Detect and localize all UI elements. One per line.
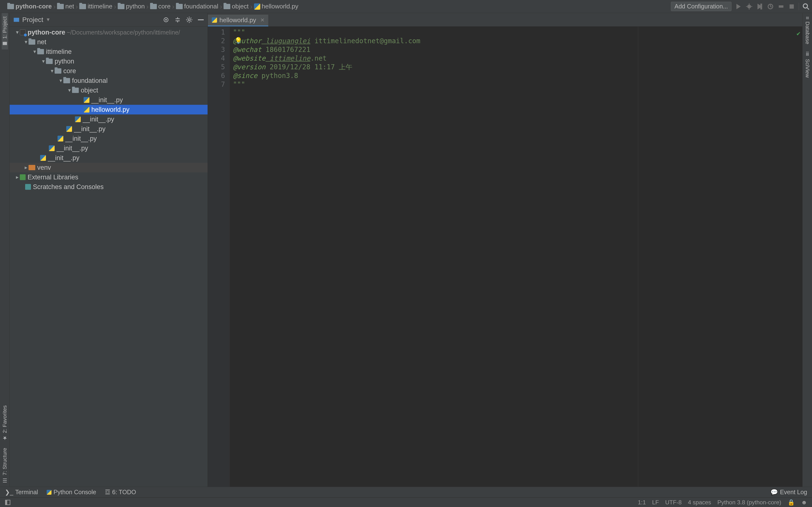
chevron-right-icon: › (250, 2, 253, 11)
python-file-icon (49, 145, 55, 151)
hide-icon[interactable] (197, 16, 204, 23)
breadcrumb-item[interactable]: helloworld.py (254, 3, 298, 10)
navigation-bar: python-core › net › ittimeline › python … (0, 0, 812, 13)
project-panel-title[interactable]: Project (22, 16, 43, 24)
breadcrumb-item[interactable]: python (118, 3, 145, 10)
attach-icon[interactable] (777, 3, 785, 10)
line-number[interactable]: 3 (208, 45, 225, 54)
breadcrumb-item[interactable]: core (150, 3, 170, 10)
database-tool-button[interactable]: ≡Database (804, 13, 811, 48)
favorites-tool-button[interactable]: ★2: Favorites (2, 402, 8, 445)
expand-toggle[interactable] (49, 68, 55, 74)
expand-toggle[interactable] (14, 29, 20, 36)
python-file-icon (84, 97, 89, 103)
tree-file[interactable]: __init__.py (10, 144, 208, 153)
analysis-ok-icon[interactable]: ✔ (797, 29, 800, 38)
lock-icon[interactable]: 🔒 (788, 499, 795, 506)
project-tool-button[interactable]: 1: Project (2, 13, 8, 50)
excluded-folder-icon (29, 165, 35, 170)
breadcrumb-item[interactable]: ittimeline (79, 3, 112, 10)
coverage-icon[interactable] (756, 3, 763, 10)
chevron-down-icon[interactable]: ▼ (46, 17, 51, 22)
left-toolwindow-stripe: 1: Project ★2: Favorites ☰7: Structure (0, 13, 10, 487)
editor[interactable]: 1 2 3 4 5 6 7 💡 ✔ """ @author liuguangle… (208, 26, 802, 487)
tree-root[interactable]: python-core~/Documents/workspace/python/… (10, 27, 208, 37)
expand-toggle[interactable] (14, 174, 20, 180)
tree-file[interactable]: __init__.py (10, 114, 208, 124)
folder-icon (72, 88, 79, 93)
right-margin (638, 26, 638, 487)
profile-icon[interactable] (767, 3, 774, 10)
tree-folder[interactable]: python (10, 56, 208, 66)
tree-file[interactable]: __init__.py (10, 134, 208, 144)
chevron-right-icon: › (53, 2, 56, 11)
svg-point-9 (165, 19, 167, 20)
tree-folder[interactable]: object (10, 86, 208, 95)
expand-toggle[interactable] (67, 87, 72, 94)
expand-all-icon[interactable] (174, 16, 181, 23)
folder-icon (223, 4, 230, 9)
tree-file[interactable]: __init__.py (10, 95, 208, 105)
editor-tab[interactable]: helloworld.py × (208, 14, 268, 26)
structure-tool-button[interactable]: ☰7: Structure (2, 445, 8, 487)
breadcrumb-item[interactable]: net (57, 3, 74, 10)
debug-icon[interactable] (746, 3, 753, 10)
add-configuration-button[interactable]: Add Configuration... (671, 2, 731, 11)
tree-file[interactable]: __init__.py (10, 124, 208, 134)
line-separator[interactable]: LF (652, 499, 659, 506)
python-console-tool-button[interactable]: Python Console (47, 489, 96, 496)
file-encoding[interactable]: UTF-8 (665, 499, 682, 506)
breadcrumb: python-core › net › ittimeline › python … (2, 2, 298, 11)
todo-tool-button[interactable]: ☲6: TODO (105, 489, 136, 496)
line-number[interactable]: 6 (208, 71, 225, 80)
indent-settings[interactable]: 4 spaces (688, 499, 711, 506)
tree-folder[interactable]: net (10, 37, 208, 47)
folder-icon (150, 4, 157, 9)
tree-file[interactable]: __init__.py (10, 153, 208, 163)
status-bar: 1:1 LF UTF-8 4 spaces Python 3.8 (python… (0, 497, 812, 507)
tree-folder-venv[interactable]: venv (10, 163, 208, 172)
terminal-icon: ❯_ (5, 489, 13, 496)
stop-icon[interactable] (788, 3, 795, 10)
tree-folder[interactable]: core (10, 66, 208, 76)
project-view-icon (13, 16, 20, 23)
close-icon[interactable]: × (259, 16, 264, 24)
line-number[interactable]: 1 (208, 28, 225, 37)
search-icon[interactable] (802, 3, 810, 10)
inspector-icon[interactable]: ☻ (801, 499, 807, 506)
code-area[interactable]: 💡 ✔ """ @author liuguanglei ittimelinedo… (230, 26, 802, 487)
intention-bulb-icon[interactable]: 💡 (235, 36, 242, 45)
event-log-button[interactable]: 💬Event Log (770, 489, 807, 496)
expand-toggle[interactable] (58, 77, 63, 84)
tree-folder[interactable]: ittimeline (10, 47, 208, 56)
expand-toggle[interactable] (32, 49, 37, 55)
event-log-icon: 💬 (770, 489, 778, 496)
tree-folder[interactable]: foundational (10, 76, 208, 86)
python-interpreter[interactable]: Python 3.8 (python-core) (717, 499, 781, 506)
line-number[interactable]: 5 (208, 63, 225, 71)
python-file-icon (66, 126, 72, 132)
breadcrumb-item[interactable]: python-core (7, 3, 52, 10)
expand-toggle[interactable] (23, 39, 29, 45)
line-number[interactable]: 2 (208, 37, 225, 45)
project-panel-header: Project ▼ (10, 13, 208, 26)
tree-scratches[interactable]: Scratches and Consoles (10, 182, 208, 192)
locate-icon[interactable] (163, 16, 169, 23)
expand-toggle[interactable] (41, 58, 46, 64)
project-tree[interactable]: python-core~/Documents/workspace/python/… (10, 26, 208, 487)
cursor-position[interactable]: 1:1 (638, 499, 646, 506)
breadcrumb-item[interactable]: object (223, 3, 248, 10)
run-icon[interactable] (735, 3, 742, 10)
sciview-tool-button[interactable]: ⅲSciView (804, 48, 811, 81)
gutter[interactable]: 1 2 3 4 5 6 7 (208, 26, 230, 487)
toolwindows-toggle-icon[interactable] (5, 500, 11, 505)
terminal-tool-button[interactable]: ❯_Terminal (5, 489, 38, 496)
tree-file-selected[interactable]: helloworld.py (10, 105, 208, 114)
breadcrumb-item[interactable]: foundational (176, 3, 218, 10)
settings-icon[interactable] (186, 16, 193, 23)
tree-external-libraries[interactable]: External Libraries (10, 172, 208, 182)
expand-toggle[interactable] (23, 164, 29, 171)
toolbar-right: Add Configuration... (671, 2, 810, 11)
line-number[interactable]: 7 (208, 80, 225, 89)
line-number[interactable]: 4 (208, 54, 225, 63)
